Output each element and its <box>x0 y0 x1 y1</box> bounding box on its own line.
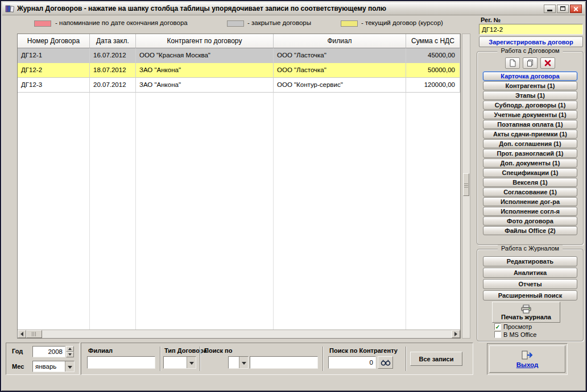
column-header-sum[interactable]: Сумма с НДС <box>406 34 460 48</box>
separator <box>160 347 161 371</box>
cell-filial: ООО "Ласточка" <box>274 48 406 63</box>
maximize-button[interactable] <box>557 5 569 13</box>
separator <box>323 347 324 371</box>
contract-panel-button[interactable]: Спецификации (1) <box>483 168 577 177</box>
contract-panel-button[interactable]: Субподр. договоры (1) <box>483 101 577 110</box>
contract-panel-button[interactable]: Поэтапная оплата (1) <box>483 120 577 129</box>
grip-icon <box>464 182 468 187</box>
exit-door-icon <box>521 350 534 360</box>
arrow-right-icon <box>454 332 457 336</box>
binoculars-icon <box>381 359 391 366</box>
journal-panel-button[interactable]: Расширенный поиск <box>483 290 577 301</box>
horizontal-scroll-track[interactable] <box>42 330 452 338</box>
cell-filial: ООО "Контур-сервис" <box>274 78 406 93</box>
contract-panel-button[interactable]: Файлы Office (2) <box>483 226 577 235</box>
dropdown-button[interactable] <box>65 361 74 372</box>
table-header: Номер Договора Дата закл. Контрагент по … <box>18 34 460 48</box>
table-empty-area <box>18 93 460 330</box>
delete-x-icon <box>544 59 552 67</box>
table-row[interactable]: ДГ12-3 20.07.2012 ЗАО "Анкона" ООО "Конт… <box>18 78 460 93</box>
contract-panel-button[interactable]: Согласование (1) <box>483 187 577 197</box>
chevron-down-icon <box>68 366 72 369</box>
msoffice-checkbox-row[interactable]: В MS Office <box>494 331 536 338</box>
preview-checkbox-row[interactable]: ✓ Просмотр <box>494 323 532 330</box>
cell-counterparty: ЗАО "Анкона" <box>136 78 274 93</box>
find-counterparty-button[interactable] <box>378 356 393 369</box>
scroll-right-button[interactable] <box>452 330 460 338</box>
contract-panel-button[interactable]: Исполнение дог-ра <box>483 197 577 206</box>
year-input[interactable] <box>32 346 65 357</box>
contract-panel-button[interactable]: Доп. соглашения (1) <box>483 139 577 148</box>
window-controls <box>544 5 582 13</box>
maximize-icon <box>560 6 565 11</box>
journal-panel-button[interactable]: Отчеты <box>483 279 577 289</box>
preview-checkbox-label: Просмотр <box>503 323 532 330</box>
vertical-scrollbar[interactable] <box>462 34 470 339</box>
contract-panel-button[interactable]: Контрагенты (1) <box>483 81 577 90</box>
print-journal-button[interactable]: Печать журнала <box>492 302 560 323</box>
exit-button[interactable]: Выход <box>489 345 565 373</box>
contract-panel-button[interactable]: Прот. разногласий (1) <box>483 149 577 158</box>
close-icon <box>573 6 579 12</box>
contract-panel-button[interactable]: Исполнение согл-я <box>483 207 577 216</box>
year-spinner <box>66 346 74 357</box>
book-icon <box>5 4 14 13</box>
counterparty-search-input[interactable] <box>328 356 376 369</box>
minimize-button[interactable] <box>544 5 556 13</box>
contract-panel-button[interactable]: Фото договора <box>483 216 577 226</box>
legend-swatch-closed <box>227 20 244 27</box>
cell-sum: 50000,00 <box>406 63 460 78</box>
register-contract-button[interactable]: Зарегистрировать договор <box>479 36 583 47</box>
spin-up-button[interactable] <box>66 346 74 352</box>
scroll-left-button[interactable] <box>18 330 26 338</box>
legend-swatch-reminder <box>34 20 51 27</box>
cell-number: ДГ12-3 <box>18 78 90 93</box>
horizontal-scroll-thumb[interactable] <box>26 330 42 338</box>
cell-date: 18.07.2012 <box>90 63 136 78</box>
all-records-button[interactable]: Все записи <box>410 352 462 366</box>
cell-counterparty: ЗАО "Анкона" <box>136 63 274 78</box>
contract-panel-button[interactable]: Этапы (1) <box>483 91 577 100</box>
spin-down-button[interactable] <box>66 352 74 357</box>
dropdown-button[interactable] <box>187 357 196 368</box>
filters-panel: Филиал Тип Договора Поиск по Поиск по Ко… <box>81 343 473 375</box>
legend-label-reminder: - напоминание по дате окончания договора <box>55 19 188 26</box>
cell-number: ДГ12-1 <box>18 48 90 63</box>
new-contract-button[interactable] <box>505 57 520 69</box>
contract-panel-button[interactable]: Акты сдачи-приемки (1) <box>483 130 577 139</box>
journal-panel-button[interactable]: Редактировать <box>483 256 577 266</box>
exit-panel: Выход <box>487 343 568 375</box>
search-by-label: Поиск по <box>204 347 232 354</box>
dropdown-button[interactable] <box>239 357 248 368</box>
month-select[interactable]: январь <box>32 361 75 372</box>
search-input[interactable] <box>250 356 318 369</box>
column-header-date[interactable]: Дата закл. <box>90 34 136 48</box>
filial-input[interactable] <box>87 356 155 369</box>
contract-panel-button[interactable]: Карточка договора <box>483 72 577 81</box>
print-journal-label: Печать журнала <box>501 314 551 320</box>
vertical-scroll-thumb[interactable] <box>463 173 469 196</box>
column-header-number[interactable]: Номер Договора <box>18 34 90 48</box>
table-row[interactable]: ДГ12-2 18.07.2012 ЗАО "Анкона" ООО "Ласт… <box>18 63 460 78</box>
contract-panel-button[interactable]: Векселя (1) <box>483 178 577 187</box>
delete-contract-button[interactable] <box>540 57 555 69</box>
reg-number-input[interactable] <box>479 24 583 35</box>
msoffice-checkbox[interactable] <box>494 331 501 338</box>
table-row[interactable]: ДГ12-1 16.07.2012 ООО "Красная Москва" О… <box>18 48 460 63</box>
preview-checkbox[interactable]: ✓ <box>494 323 501 330</box>
cell-date: 20.07.2012 <box>90 78 136 93</box>
copy-contract-button[interactable] <box>523 57 538 69</box>
contract-type-select[interactable] <box>163 356 196 369</box>
cell-sum: 120000,00 <box>406 78 460 93</box>
cell-date: 16.07.2012 <box>90 48 136 63</box>
journal-panel-button[interactable]: Аналитика <box>483 268 577 278</box>
contract-panel-button[interactable]: Учетные документы (1) <box>483 110 577 119</box>
column-header-counterparty[interactable]: Контрагент по договору <box>136 34 274 48</box>
horizontal-scrollbar[interactable] <box>18 330 460 338</box>
journal-panel-title: Работа с Журналом <box>498 245 563 252</box>
column-header-filial[interactable]: Филиал <box>274 34 406 48</box>
contract-panel-button[interactable]: Доп. документы (1) <box>483 159 577 168</box>
close-button[interactable] <box>570 5 582 13</box>
legend-label-closed: - закрытые договоры <box>247 19 311 26</box>
search-by-select[interactable] <box>228 356 249 369</box>
